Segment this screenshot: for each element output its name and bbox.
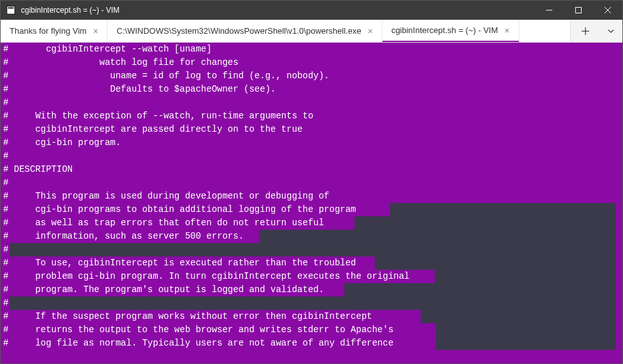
editor-line: # If the suspect program works without e… xyxy=(1,310,622,323)
editor-line: # as well as trap errors that often do n… xyxy=(1,216,622,230)
svg-rect-3 xyxy=(576,8,582,13)
editor-line: # With the exception of --watch, run-tim… xyxy=(1,109,622,123)
editor-line: # xyxy=(1,243,622,256)
tab-label: Thanks for flying Vim xyxy=(10,26,87,36)
editor-viewport[interactable]: # cgibinIntercept --watch [uname] # watc… xyxy=(1,43,622,363)
tab-spacer xyxy=(519,20,570,42)
editor-line: # cgibinIntercept --watch [uname] xyxy=(1,43,622,56)
editor-line: # problem cgi-bin program. In turn cgibi… xyxy=(1,270,622,283)
tab-close-icon[interactable]: × xyxy=(93,26,98,36)
editor-line: # cgi-bin program. xyxy=(1,136,622,150)
tab-close-icon[interactable]: × xyxy=(505,25,510,36)
editor-line: # xyxy=(1,150,622,163)
minimize-icon xyxy=(546,7,552,13)
editor-line: # returns the output to the web browser … xyxy=(1,323,622,337)
editor-line: # To use, cgibinIntercept is executed ra… xyxy=(1,256,622,270)
editor-line: # xyxy=(1,297,622,310)
chevron-down-icon xyxy=(607,27,615,35)
tab-powershell[interactable]: C:\WINDOWS\System32\WindowsPowerShell\v1… xyxy=(108,20,382,42)
window-controls xyxy=(535,1,622,20)
editor-line: # This program is used during developmen… xyxy=(1,190,622,203)
tab-bar: Thanks for flying Vim × C:\WINDOWS\Syste… xyxy=(1,20,622,43)
editor-text: # cgibinIntercept --watch [uname] # watc… xyxy=(1,43,622,350)
editor-line: # program. The program's output is logge… xyxy=(1,283,622,297)
editor-line: # uname = id of log to find (e.g., nobod… xyxy=(1,69,622,83)
tab-label: cgibinIntercept.sh = (~) - VIM xyxy=(391,25,498,35)
close-icon xyxy=(605,7,611,13)
svg-rect-1 xyxy=(8,8,14,9)
plus-icon xyxy=(581,27,590,36)
editor-line: # xyxy=(1,176,622,190)
tab-thanks-for-flying-vim[interactable]: Thanks for flying Vim × xyxy=(1,20,108,42)
close-button[interactable] xyxy=(593,1,622,20)
app-window: cgibinIntercept.sh = (~) - VIM Thanks fo… xyxy=(0,0,623,364)
editor-line: # Defaults to $apacheOwner (see). xyxy=(1,83,622,96)
tab-dropdown-button[interactable] xyxy=(599,20,622,42)
titlebar[interactable]: cgibinIntercept.sh = (~) - VIM xyxy=(1,1,622,20)
editor-line: # cgi-bin programs to obtain additional … xyxy=(1,203,622,216)
editor-line: # information, such as server 500 errors… xyxy=(1,230,622,243)
editor-line: # watch log file for changes xyxy=(1,56,622,69)
app-icon xyxy=(6,5,16,15)
editor-line: # log file as normal. Typically users ar… xyxy=(1,337,622,350)
editor-line: # xyxy=(1,96,622,109)
new-tab-button[interactable] xyxy=(570,20,599,42)
maximize-button[interactable] xyxy=(564,1,593,20)
tab-label: C:\WINDOWS\System32\WindowsPowerShell\v1… xyxy=(116,26,361,36)
tab-cgibinintercept[interactable]: cgibinIntercept.sh = (~) - VIM × xyxy=(382,20,519,42)
minimize-button[interactable] xyxy=(535,1,564,20)
editor-line: # cgibinIntercept are passed directly on… xyxy=(1,123,622,136)
tab-close-icon[interactable]: × xyxy=(368,26,373,36)
editor-line: # DESCRIPTION xyxy=(1,163,622,176)
maximize-icon xyxy=(575,7,582,13)
window-title: cgibinIntercept.sh = (~) - VIM xyxy=(21,6,535,15)
